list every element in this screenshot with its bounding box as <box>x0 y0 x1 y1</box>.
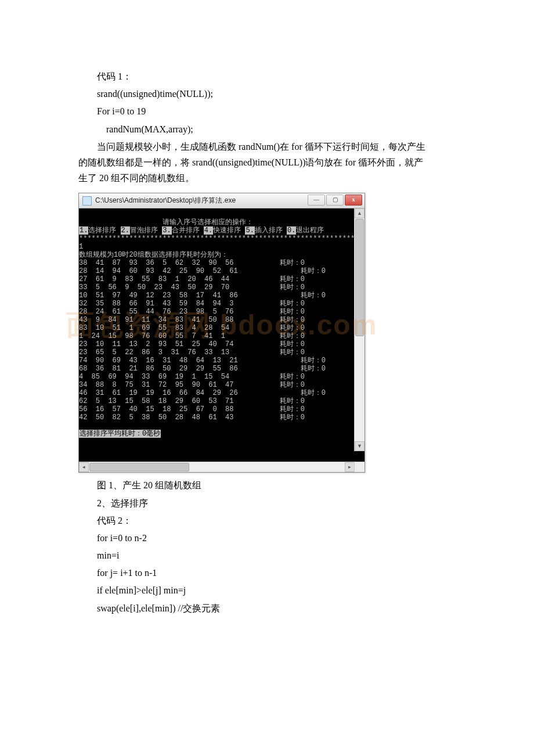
scroll-right-button[interactable]: ▸ <box>345 462 355 472</box>
text-run: 生了 20 组不同的随机数组。 <box>78 173 194 183</box>
app-icon <box>82 196 92 206</box>
document-page: 代码 1： srand((unsigned)time(NULL)); For i… <box>0 0 534 756</box>
code-line: if ele[min]>ele[j] min=j <box>78 582 459 598</box>
console-screenshot: C:\Users\Administrator\Desktop\排序算法.exe … <box>78 193 459 473</box>
window-controls: — ▢ х <box>308 195 362 206</box>
scroll-thumb[interactable] <box>355 219 364 336</box>
code-label-2: 代码 2： <box>78 513 459 528</box>
text-run: 当问题规模较小时，生成随机函数 randNum()在 for 循环下运行时间短，… <box>97 142 425 152</box>
body-paragraph: 当问题规模较小时，生成随机函数 randNum()在 for 循环下运行时间短，… <box>78 139 459 186</box>
maximize-button[interactable]: ▢ <box>326 195 344 206</box>
code-line: For i=0 to 19 <box>78 103 459 119</box>
scroll-up-button[interactable]: ▲ <box>355 208 365 218</box>
code-line: for j= i+1 to n-1 <box>78 565 459 581</box>
app-window: C:\Users\Administrator\Desktop\排序算法.exe … <box>78 193 365 473</box>
text-run: 的随机数组都是一样的，将 srand((unsigned)time(NULL))… <box>78 157 423 167</box>
scroll-thumb-h[interactable] <box>89 463 189 471</box>
code-line: randNum(MAX,array); <box>78 121 459 137</box>
figure-caption: 图 1、产生 20 组随机数组 <box>78 477 459 493</box>
close-button[interactable]: х <box>345 195 362 206</box>
horizontal-scrollbar[interactable]: ◂ ▸ <box>79 462 365 472</box>
console-body: 请输入序号选择相应的操作： 1.选择排序 2.冒泡排序 3.合并排序 4.快速排… <box>79 208 365 462</box>
code-line: srand((unsigned)time(NULL)); <box>78 86 459 102</box>
scroll-left-button[interactable]: ◂ <box>79 462 89 472</box>
code-line: for i=0 to n-2 <box>78 530 459 546</box>
code-line: min=i <box>78 548 459 563</box>
code-label-1: 代码 1： <box>78 69 459 84</box>
window-title: C:\Users\Administrator\Desktop\排序算法.exe <box>95 196 236 206</box>
console-output: 请输入序号选择相应的操作： 1.选择排序 2.冒泡排序 3.合并排序 4.快速排… <box>79 208 365 462</box>
minimize-button[interactable]: — <box>308 195 325 206</box>
window-titlebar: C:\Users\Administrator\Desktop\排序算法.exe … <box>79 193 365 208</box>
vertical-scrollbar[interactable]: ▲ ▼ <box>354 208 365 451</box>
code-line: swap(ele[i],ele[min]) //交换元素 <box>78 600 459 616</box>
scroll-corner <box>354 462 365 472</box>
section-heading: 2、选择排序 <box>78 495 459 511</box>
scroll-down-button[interactable]: ▼ <box>355 441 365 451</box>
